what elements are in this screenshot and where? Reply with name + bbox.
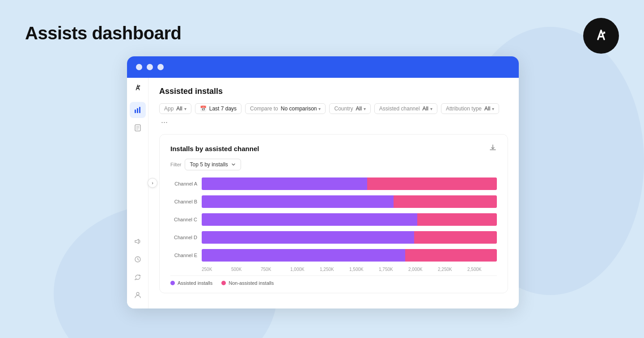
bar-non-assisted-c <box>417 213 497 226</box>
report-icon <box>134 124 142 132</box>
sidebar-logo <box>133 83 143 95</box>
filter-country[interactable]: Country All ▾ <box>329 103 370 114</box>
legend-label-assisted: Assisted installs <box>178 280 212 286</box>
section-title: Assisted installs <box>159 87 508 96</box>
filter-compare-value: No comparison <box>281 106 317 112</box>
browser-content: Assisted installs App All ▾ 📅 Last 7 day… <box>127 78 519 308</box>
bar-track-a <box>202 177 497 190</box>
x-axis-1500k: 1,500K <box>349 267 379 272</box>
filter-app-value: All <box>176 106 182 112</box>
x-axis-2500k: 2,500K <box>467 267 497 272</box>
chart-filter-select[interactable]: Top 5 by installs <box>185 159 241 170</box>
browser-window: Assisted installs App All ▾ 📅 Last 7 day… <box>127 56 519 308</box>
chart-filter-label: Filter <box>170 162 181 167</box>
filter-attribution-value: All <box>484 106 490 112</box>
legend-item-non-assisted: Non-assisted installs <box>221 280 274 286</box>
x-axis-1750k: 1,750K <box>379 267 408 272</box>
filter-app[interactable]: App All ▾ <box>159 103 191 114</box>
bar-non-assisted-e <box>405 249 497 262</box>
sidebar-item-reports[interactable] <box>130 120 146 136</box>
filter-date-value: Last 7 days <box>209 106 237 112</box>
chevron-right-icon: › <box>152 180 153 186</box>
bar-assisted-d <box>202 231 414 244</box>
chart-card: Installs by assisted channel Filter Top … <box>159 134 508 293</box>
filter-compare[interactable]: Compare to No comparison ▾ <box>245 103 326 114</box>
x-axis: 250K 500K 750K 1,000K 1,250K 1,500K 1,75… <box>202 267 497 272</box>
bar-track-c <box>202 213 497 226</box>
chevron-down-icon-compare: ▾ <box>318 106 321 111</box>
chevron-down-icon-channel: ▾ <box>430 106 432 111</box>
svg-rect-2 <box>139 107 140 113</box>
sidebar-item-analytics[interactable] <box>130 102 146 118</box>
page-title: Assists dashboard <box>25 23 181 43</box>
filter-assisted-channel-value: All <box>423 106 428 112</box>
svg-rect-0 <box>135 110 136 113</box>
calendar-icon: 📅 <box>200 106 207 112</box>
sidebar-item-megaphone[interactable] <box>130 233 146 249</box>
sidebar <box>127 78 148 308</box>
sidebar-collapse-toggle[interactable]: › <box>148 178 157 188</box>
bar-assisted-b <box>202 195 394 208</box>
sidebar-item-user[interactable] <box>130 287 146 303</box>
chevron-down-icon-attribution: ▾ <box>492 106 494 111</box>
brand-logo <box>583 18 619 54</box>
chevron-down-icon-country: ▾ <box>364 106 366 111</box>
chart-filter-value: Top 5 by installs <box>190 161 228 168</box>
bar-assisted-c <box>202 213 417 226</box>
filter-country-label: Country <box>334 106 353 112</box>
browser-dot-1 <box>136 64 142 70</box>
filter-bar: App All ▾ 📅 Last 7 days Compare to No co… <box>159 103 508 127</box>
filter-country-value: All <box>356 106 362 112</box>
filter-assisted-channel-label: Assisted channel <box>379 106 420 112</box>
bar-row-channel-c: Channel C <box>170 213 497 226</box>
brand-logo-icon <box>591 26 611 46</box>
filter-more-button[interactable]: ··· <box>159 118 169 127</box>
bar-label-e: Channel E <box>170 253 202 258</box>
bar-label-a: Channel A <box>170 181 202 186</box>
user-icon <box>134 291 142 299</box>
filter-app-label: App <box>164 106 174 112</box>
x-axis-500k: 500K <box>231 267 261 272</box>
browser-dot-3 <box>157 64 164 70</box>
chart-bar-icon <box>134 106 142 114</box>
legend-dot-non-assisted <box>221 281 226 285</box>
bar-non-assisted-d <box>414 231 497 244</box>
chart-card-header: Installs by assisted channel <box>170 144 497 153</box>
x-axis-2250k: 2,250K <box>438 267 467 272</box>
chart-filter-row: Filter Top 5 by installs <box>170 159 497 170</box>
x-axis-250k: 250K <box>202 267 231 272</box>
bar-track-d <box>202 231 497 244</box>
main-content: Assisted installs App All ▾ 📅 Last 7 day… <box>148 78 519 308</box>
sidebar-bottom-icons <box>130 233 146 308</box>
chevron-down-icon: ▾ <box>184 106 186 111</box>
x-axis-1250k: 1,250K <box>320 267 349 272</box>
download-icon[interactable] <box>489 144 497 153</box>
bar-row-channel-e: Channel E <box>170 249 497 262</box>
svg-rect-1 <box>137 108 138 113</box>
bar-non-assisted-a <box>367 177 497 190</box>
svg-point-8 <box>136 292 139 295</box>
megaphone-icon <box>134 237 142 245</box>
filter-compare-label: Compare to <box>250 106 278 112</box>
browser-titlebar <box>127 56 519 78</box>
legend-label-non-assisted: Non-assisted installs <box>229 280 274 286</box>
sidebar-item-clock[interactable] <box>130 251 146 267</box>
filter-attribution-type[interactable]: Attribution type All ▾ <box>441 103 499 114</box>
bar-row-channel-b: Channel B <box>170 195 497 208</box>
filter-attribution-label: Attribution type <box>446 106 482 112</box>
bar-row-channel-a: Channel A <box>170 177 497 190</box>
browser-dot-2 <box>147 64 153 70</box>
filter-date[interactable]: 📅 Last 7 days <box>195 103 242 114</box>
bar-label-c: Channel C <box>170 217 202 222</box>
bar-assisted-e <box>202 249 405 262</box>
chevron-down-icon-chart <box>231 162 236 167</box>
bar-label-b: Channel B <box>170 199 202 204</box>
filter-assisted-channel[interactable]: Assisted channel All ▾ <box>374 103 437 114</box>
legend-dot-assisted <box>170 281 175 285</box>
chart-legend: Assisted installs Non-assisted installs <box>170 275 497 286</box>
bar-assisted-a <box>202 177 367 190</box>
bar-row-channel-d: Channel D <box>170 231 497 244</box>
bar-non-assisted-b <box>394 195 497 208</box>
bar-chart: Channel A Channel B <box>170 177 497 272</box>
sidebar-item-sync[interactable] <box>130 269 146 285</box>
